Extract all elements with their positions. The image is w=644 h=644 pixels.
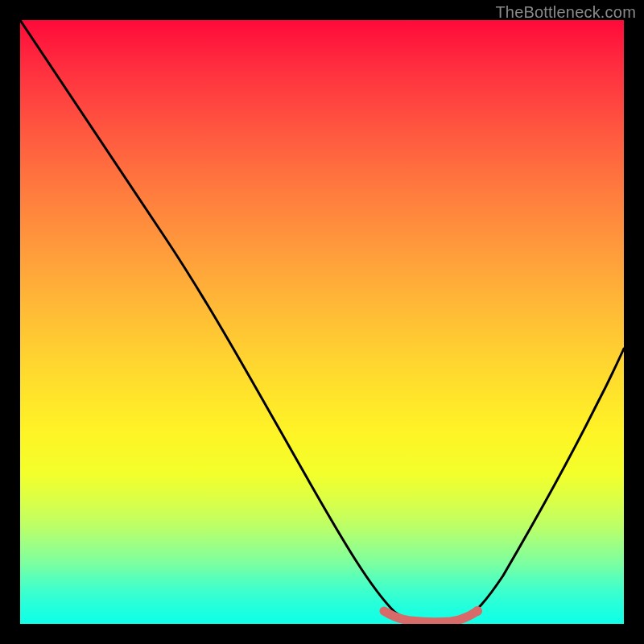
optimal-range-marker: [384, 611, 477, 622]
bottleneck-curve: [20, 20, 624, 622]
plot-area: [20, 20, 624, 624]
chart-container: TheBottleneck.com: [0, 0, 644, 644]
watermark-text: TheBottleneck.com: [495, 3, 636, 22]
optimal-range-end-dot: [473, 606, 482, 616]
curve-layer: [20, 20, 624, 624]
